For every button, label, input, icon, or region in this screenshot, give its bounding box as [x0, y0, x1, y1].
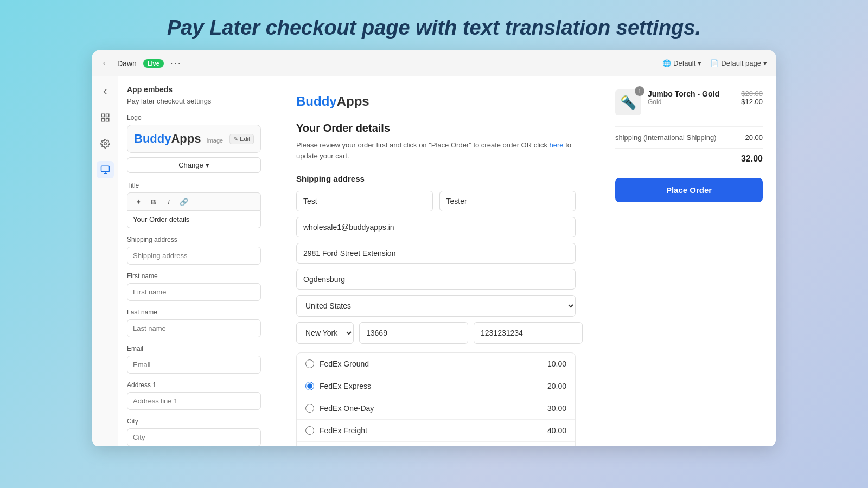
last-name-input[interactable]: [127, 319, 261, 337]
svg-rect-3: [106, 119, 108, 121]
chevron-down-icon-2: ▾: [763, 59, 767, 67]
link-icon[interactable]: 🔗: [178, 196, 189, 207]
bold-icon[interactable]: B: [148, 196, 159, 207]
item-name: Jumbo Torch - Gold: [648, 89, 735, 98]
item-sale-price: $12.00: [741, 98, 763, 106]
logo-apps-text: Apps: [171, 132, 201, 145]
sidebar-icon-back[interactable]: [97, 83, 114, 100]
state-select[interactable]: New York: [296, 322, 354, 344]
address-row: [296, 243, 576, 264]
address1-field-group: Address 1: [127, 381, 261, 410]
shipping-radio-fedex-express[interactable]: [305, 382, 314, 390]
svg-rect-2: [101, 119, 104, 121]
more-options-button[interactable]: ···: [170, 57, 182, 69]
name-row: [296, 191, 576, 211]
item-image-wrap: 1 🔦: [615, 89, 641, 115]
email-field[interactable]: [296, 217, 576, 237]
svg-point-4: [104, 143, 106, 145]
order-panel: 1 🔦 Jumbo Torch - Gold Gold $20.00 $12.0…: [602, 76, 776, 446]
shipping-radio-fedex-freight[interactable]: [305, 426, 314, 435]
back-button[interactable]: ←: [101, 57, 111, 69]
shipping-option: FedEx Express20.00: [297, 375, 575, 397]
shipping-option: FedEx One-Day30.00: [297, 397, 575, 420]
address1-label: Address 1: [127, 381, 261, 389]
last-name-field[interactable]: [439, 191, 576, 211]
sidebar-main: App embeds Pay later checkout settings L…: [118, 76, 270, 446]
shipping-option: FedEx International20.00: [297, 442, 575, 446]
city-input[interactable]: [127, 428, 261, 446]
sidebar-icon-settings[interactable]: [97, 135, 114, 152]
first-name-input[interactable]: [127, 283, 261, 301]
place-order-button[interactable]: Place Order: [615, 178, 763, 202]
city-field[interactable]: [296, 269, 576, 290]
ai-icon[interactable]: ✦: [133, 196, 144, 207]
change-logo-button[interactable]: Change ▾: [127, 157, 261, 173]
default-dropdown[interactable]: 🌐 Default ▾: [662, 59, 701, 67]
first-name-label: First name: [127, 272, 261, 280]
item-original-price: $20.00: [741, 89, 763, 98]
item-details: Jumbo Torch - Gold Gold: [648, 89, 735, 106]
sidebar-icon-layout[interactable]: [97, 109, 114, 126]
logo-preview: BuddyApps Image ✎ Edit: [127, 125, 261, 153]
shipping-address-label: Shipping address: [127, 236, 261, 243]
last-name-field-group: Last name: [127, 309, 261, 337]
sidebar-icon-app[interactable]: [97, 161, 114, 178]
zip-field[interactable]: [359, 322, 468, 344]
order-shipping-row: shipping (International Shipping) 20.00: [615, 126, 763, 148]
italic-icon[interactable]: I: [163, 196, 174, 207]
svg-rect-1: [106, 114, 108, 117]
phone-field[interactable]: [474, 322, 583, 344]
page-heading: Pay Later checkout page with text transl…: [167, 16, 701, 40]
email-row: [296, 217, 576, 237]
title-field-group: Title ✦ B I 🔗: [127, 182, 261, 228]
order-shipping-label: shipping (International Shipping): [615, 133, 716, 142]
shipping-section-title: Shipping address: [296, 174, 576, 183]
logo-edit-button[interactable]: ✎ Edit: [229, 134, 254, 144]
address1-input[interactable]: [127, 392, 261, 410]
order-item: 1 🔦 Jumbo Torch - Gold Gold $20.00 $12.0…: [615, 89, 763, 115]
state-zip-phone-row: New York: [296, 322, 576, 344]
item-prices: $20.00 $12.00: [741, 89, 763, 106]
shipping-option-name: FedEx Freight: [320, 426, 542, 435]
app-embeds-title: App embeds: [127, 85, 261, 94]
shipping-option: FedEx Freight40.00: [297, 420, 575, 442]
country-select[interactable]: United States: [296, 295, 576, 317]
logo-display: BuddyApps Image: [134, 132, 223, 146]
shipping-option-price: 40.00: [547, 426, 566, 435]
shipping-option-price: 10.00: [547, 359, 566, 368]
address-field[interactable]: [296, 243, 576, 264]
shipping-radio-fedex-ground[interactable]: [305, 359, 314, 368]
svg-rect-0: [101, 114, 104, 117]
default-page-dropdown[interactable]: 📄 Default page ▾: [710, 59, 767, 67]
email-input[interactable]: [127, 356, 261, 374]
order-total-row: 32.00: [615, 148, 763, 169]
shipping-options: FedEx Ground10.00FedEx Express20.00FedEx…: [296, 352, 576, 446]
shipping-address-input[interactable]: [127, 247, 261, 265]
brand-logo: BuddyApps: [296, 94, 576, 109]
first-name-field[interactable]: [296, 191, 433, 211]
theme-label: Dawn: [117, 59, 137, 68]
live-badge: Live: [143, 59, 164, 68]
email-label: Email: [127, 345, 261, 352]
globe-icon: 🌐: [662, 59, 671, 67]
file-icon: 📄: [710, 59, 719, 67]
shipping-radio-fedex-oneday[interactable]: [305, 404, 314, 413]
logo-image-label: Image: [207, 137, 224, 144]
title-toolbar: ✦ B I 🔗: [127, 192, 261, 211]
browser-content: App embeds Pay later checkout settings L…: [92, 76, 776, 446]
first-name-field-group: First name: [127, 272, 261, 301]
last-name-label: Last name: [127, 309, 261, 316]
browser-window: ← Dawn Live ··· 🌐 Default ▾ 📄 Default pa…: [92, 50, 776, 446]
item-variant: Gold: [648, 98, 735, 106]
logo-buddy-text: Buddy: [134, 132, 171, 145]
browser-bar: ← Dawn Live ··· 🌐 Default ▾ 📄 Default pa…: [92, 50, 776, 76]
checkout-panel: BuddyApps Your Order details Please revi…: [270, 76, 602, 446]
default-label: Default: [673, 59, 695, 67]
title-input[interactable]: [127, 211, 261, 228]
here-link[interactable]: here: [550, 141, 564, 149]
country-row: United States: [296, 295, 576, 317]
order-shipping-price: 20.00: [745, 133, 763, 142]
svg-rect-5: [101, 166, 109, 172]
shipping-option-name: FedEx One-Day: [320, 404, 542, 413]
title-label: Title: [127, 182, 261, 189]
